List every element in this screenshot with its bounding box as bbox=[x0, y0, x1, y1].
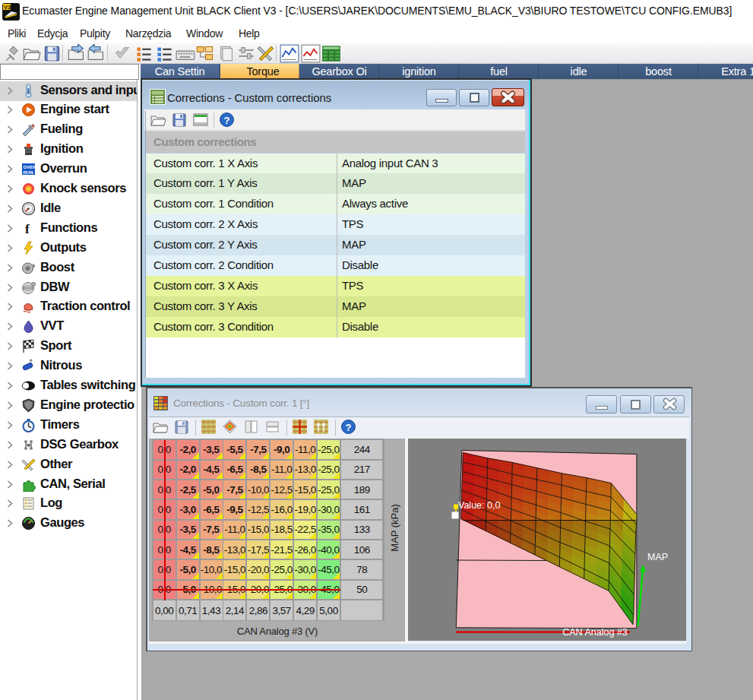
svg-text:OVER: OVER bbox=[24, 165, 36, 169]
svg-text:V3: V3 bbox=[4, 4, 11, 11]
svg-text:RUN: RUN bbox=[24, 170, 33, 175]
svg-text:?: ? bbox=[346, 422, 352, 433]
svg-text:MAP: MAP bbox=[647, 552, 668, 562]
svg-text:Value: 0,0: Value: 0,0 bbox=[458, 500, 500, 511]
svg-text:f: f bbox=[25, 222, 30, 236]
svg-text:CAN Analog #3: CAN Analog #3 bbox=[562, 627, 628, 638]
svg-text:?: ? bbox=[224, 115, 230, 126]
